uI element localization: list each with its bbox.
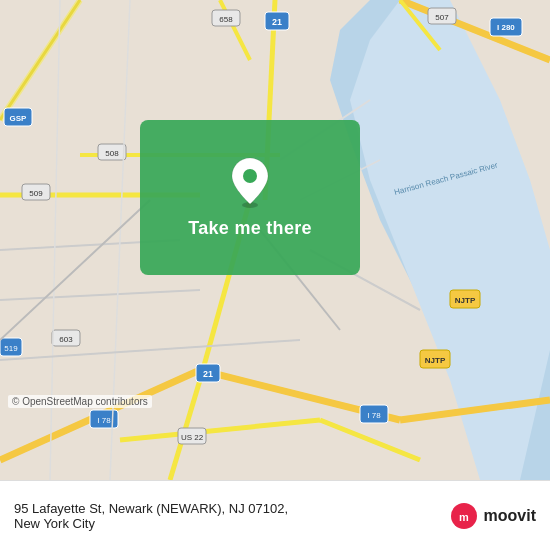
moovit-logo: m moovit <box>450 502 536 530</box>
svg-text:NJTP: NJTP <box>425 356 446 365</box>
svg-text:519: 519 <box>4 344 18 353</box>
city-line: New York City <box>14 516 288 531</box>
take-me-there-label: Take me there <box>188 218 312 239</box>
moovit-text: moovit <box>484 507 536 525</box>
svg-text:NJTP: NJTP <box>455 296 476 305</box>
svg-text:US 22: US 22 <box>181 433 204 442</box>
svg-text:658: 658 <box>219 15 233 24</box>
svg-text:508: 508 <box>105 149 119 158</box>
svg-text:507: 507 <box>435 13 449 22</box>
svg-text:I 280: I 280 <box>497 23 515 32</box>
take-me-there-button[interactable]: Take me there <box>140 120 360 275</box>
svg-text:509: 509 <box>29 189 43 198</box>
location-pin-icon <box>228 156 272 208</box>
svg-point-60 <box>243 169 257 183</box>
openstreetmap-credit: © OpenStreetMap contributors <box>8 395 152 408</box>
svg-text:I 78: I 78 <box>97 416 111 425</box>
svg-text:I 78: I 78 <box>367 411 381 420</box>
address-section: 95 Lafayette St, Newark (NEWARK), NJ 071… <box>14 501 288 531</box>
svg-text:21: 21 <box>272 17 282 27</box>
svg-text:GSP: GSP <box>10 114 28 123</box>
map-container: 21 658 507 I 280 GSP 509 508 21 519 603 … <box>0 0 550 480</box>
address-line: 95 Lafayette St, Newark (NEWARK), NJ 071… <box>14 501 288 516</box>
svg-text:m: m <box>459 511 469 523</box>
svg-text:603: 603 <box>59 335 73 344</box>
moovit-icon: m <box>450 502 478 530</box>
bottom-bar: 95 Lafayette St, Newark (NEWARK), NJ 071… <box>0 480 550 550</box>
svg-text:21: 21 <box>203 369 213 379</box>
